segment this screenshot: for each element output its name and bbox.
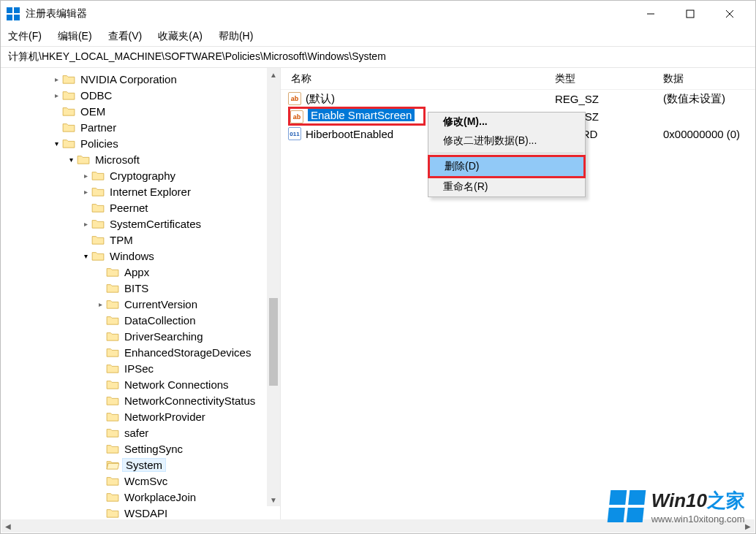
chevron-right-icon[interactable]: ▸ (50, 75, 62, 83)
tree-item[interactable]: safer (7, 424, 280, 440)
tree-item[interactable]: Partner (7, 119, 280, 135)
folder-icon (106, 346, 119, 358)
folder-icon (91, 186, 105, 197)
tree-item[interactable]: ▾Policies (7, 135, 280, 151)
menu-edit[interactable]: 编辑(E) (58, 30, 92, 43)
tree-item[interactable]: EnhancedStorageDevices (7, 344, 280, 360)
tree-label: WcmSvc (122, 474, 170, 488)
ctx-modify[interactable]: 修改(M)... (428, 112, 585, 131)
tree-item[interactable]: ▾Microsoft (7, 151, 280, 167)
chevron-down-icon[interactable]: ▾ (50, 140, 62, 148)
string-value-icon: ab (288, 92, 301, 105)
folder-icon (106, 443, 119, 454)
address-bar[interactable]: 计算机\HKEY_LOCAL_MACHINE\SOFTWARE\Policies… (1, 46, 755, 68)
scroll-left-icon[interactable]: ◀ (1, 519, 15, 533)
ctx-modify-bin[interactable]: 修改二进制数据(B)... (428, 131, 585, 150)
chevron-down-icon[interactable]: ▾ (80, 252, 91, 260)
tree-label: NetworkProvider (122, 410, 208, 424)
tree-label: CurrentVersion (122, 297, 200, 311)
value-row[interactable]: ab(默认)REG_SZ(数值未设置) (281, 90, 755, 107)
minimize-button[interactable] (631, 1, 670, 27)
tree-item[interactable]: NetworkProvider (7, 408, 280, 424)
tree-item[interactable]: DriverSearching (7, 328, 280, 344)
tree-item[interactable]: ▸Cryptography (7, 167, 280, 183)
folder-icon (106, 411, 119, 422)
tree-item[interactable]: Appx (7, 264, 280, 280)
registry-tree: ▸NVIDIA Corporation▸ODBCOEMPartner▾Polic… (1, 68, 280, 519)
tree-label: safer (122, 426, 151, 440)
selection-highlight: abEnable SmartScreen (288, 107, 426, 126)
chevron-down-icon[interactable]: ▾ (65, 156, 77, 164)
tree-item[interactable]: WSDAPI (7, 505, 280, 519)
tree-item[interactable]: DataCollection (7, 312, 280, 328)
tree-item[interactable]: NetworkConnectivityStatus (7, 392, 280, 408)
chevron-right-icon[interactable]: ▸ (80, 188, 91, 196)
menu-fav[interactable]: 收藏夹(A) (158, 30, 203, 43)
folder-icon (91, 250, 105, 262)
tree-item[interactable]: Network Connections (7, 376, 280, 392)
dword-value-icon: 011 (288, 127, 301, 140)
tree-item[interactable]: ▸NVIDIA Corporation (7, 71, 280, 87)
folder-icon (106, 298, 119, 310)
maximize-button[interactable] (670, 1, 710, 27)
tree-item[interactable]: Peernet (7, 199, 280, 215)
tree-item[interactable]: ▸Internet Explorer (7, 183, 280, 199)
tree-item[interactable]: SettingSync (7, 440, 280, 457)
menu-help[interactable]: 帮助(H) (219, 30, 253, 43)
menu-view[interactable]: 查看(V) (108, 30, 143, 43)
tree-label: BITS (122, 281, 151, 295)
menu-file[interactable]: 文件(F) (8, 30, 42, 43)
folder-icon (106, 459, 119, 470)
tree-label: Windows (107, 249, 156, 263)
folder-icon (106, 394, 119, 406)
chevron-right-icon[interactable]: ▸ (80, 220, 91, 228)
tree-item[interactable]: ▸CurrentVersion (7, 296, 280, 312)
tree-label: Microsoft (93, 153, 142, 167)
folder-icon (106, 282, 119, 294)
tree-label: WSDAPI (122, 506, 170, 520)
chevron-right-icon[interactable]: ▸ (94, 300, 106, 308)
folder-icon (62, 137, 75, 149)
scroll-down-icon[interactable]: ▼ (267, 493, 280, 506)
tree-item[interactable]: TPM (7, 232, 280, 248)
tree-label: NVIDIA Corporation (78, 72, 179, 86)
tree-item[interactable]: ▾Windows (7, 248, 280, 264)
chevron-right-icon[interactable]: ▸ (80, 172, 91, 180)
tree-item[interactable]: BITS (7, 280, 280, 296)
tree-label: DataCollection (122, 313, 198, 327)
folder-icon (62, 89, 75, 101)
col-data[interactable]: 数据 (663, 72, 755, 85)
tree-item[interactable]: ▸ODBC (7, 87, 280, 103)
ctx-delete[interactable]: 删除(D) (430, 157, 583, 176)
tree-item[interactable]: ▸SystemCertificates (7, 215, 280, 232)
chevron-right-icon[interactable]: ▸ (50, 91, 62, 99)
value-name: HiberbootEnabled (306, 128, 393, 140)
scroll-up-icon[interactable]: ▲ (267, 68, 280, 81)
value-data: 0x00000000 (0) (663, 128, 755, 140)
tree-label: TPM (107, 233, 135, 247)
tree-label: ODBC (78, 88, 114, 102)
tree-item[interactable]: WorkplaceJoin (7, 489, 280, 505)
folder-icon (106, 475, 119, 487)
scroll-thumb[interactable] (269, 298, 278, 386)
ctx-delete-highlight: 删除(D) (428, 155, 586, 178)
watermark-logo-icon (607, 490, 646, 522)
ctx-rename[interactable]: 重命名(R) (428, 178, 585, 197)
tree-item[interactable]: WcmSvc (7, 473, 280, 489)
tree-item[interactable]: OEM (7, 103, 280, 119)
folder-icon (62, 105, 75, 117)
tree-label: System (122, 458, 166, 472)
tree-vscroll[interactable]: ▲ ▼ (267, 68, 280, 506)
col-name[interactable]: 名称 (281, 72, 555, 85)
tree-label: Network Connections (122, 378, 231, 392)
folder-icon (106, 330, 119, 342)
tree-item[interactable]: System (7, 457, 280, 473)
tree-pane: ▸NVIDIA Corporation▸ODBCOEMPartner▾Polic… (1, 68, 281, 519)
close-button[interactable] (710, 1, 749, 27)
tree-label: Partner (78, 121, 118, 134)
svg-rect-1 (687, 10, 694, 18)
col-type[interactable]: 类型 (555, 72, 663, 85)
tree-item[interactable]: IPSec (7, 360, 280, 376)
value-data: (数值未设置) (663, 92, 755, 106)
folder-icon (106, 378, 119, 390)
